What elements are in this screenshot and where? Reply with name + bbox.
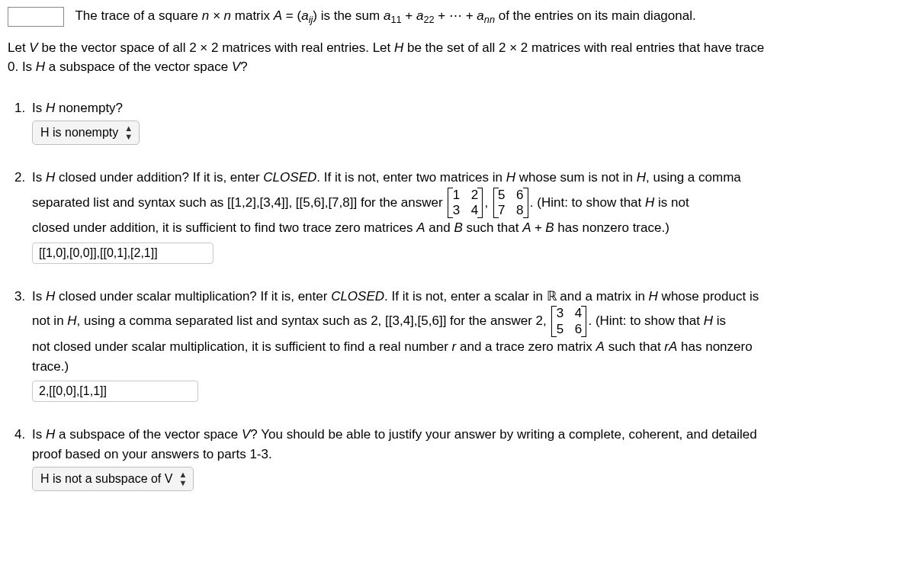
matrix-2: 56 78 bbox=[493, 188, 528, 219]
q3-input[interactable] bbox=[32, 381, 198, 402]
problem-statement: Let V be the vector space of all 2 × 2 m… bbox=[8, 38, 907, 77]
question-4: Is H a subspace of the vector space V? Y… bbox=[29, 425, 907, 491]
matrix-1: 12 34 bbox=[448, 188, 483, 219]
q4-select-value: H is not a subspace of V bbox=[40, 470, 172, 488]
question-1: Is H nonempty? H is nonempty ▲▼ bbox=[29, 98, 907, 146]
question-3: Is H closed under scalar multiplication?… bbox=[29, 287, 907, 402]
matrix-3: 34 56 bbox=[551, 306, 586, 337]
q4-select[interactable]: H is not a subspace of V ▲▼ bbox=[32, 467, 194, 491]
question-list: Is H nonempty? H is nonempty ▲▼ Is H clo… bbox=[8, 98, 907, 492]
q1-select[interactable]: H is nonempty ▲▼ bbox=[32, 120, 140, 145]
question-2: Is H closed under addition? If it is, en… bbox=[29, 168, 907, 264]
answer-box-blank[interactable] bbox=[8, 7, 64, 27]
updown-icon: ▲▼ bbox=[178, 471, 187, 487]
trace-definition: The trace of a square n × n matrix A = (… bbox=[8, 6, 907, 27]
updown-icon: ▲▼ bbox=[124, 124, 133, 141]
q1-select-value: H is nonempty bbox=[40, 124, 118, 142]
q2-input[interactable] bbox=[32, 243, 214, 264]
